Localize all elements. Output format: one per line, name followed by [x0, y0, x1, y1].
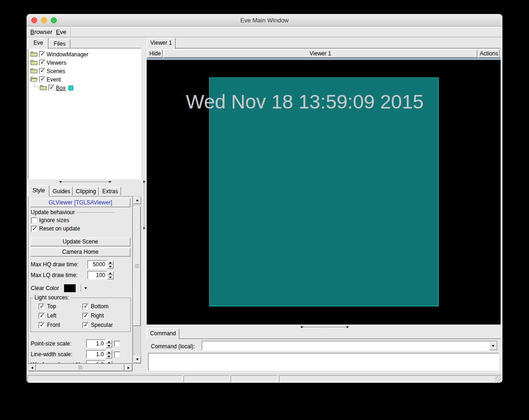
tree-checkbox[interactable] [39, 68, 45, 74]
max-hq-row: Max HQ draw time: 5000 [31, 260, 114, 269]
scrollbar-thumb[interactable] [133, 207, 141, 326]
wireframe-spinbox[interactable]: 1.0 [86, 360, 112, 364]
command-output [148, 353, 499, 371]
max-hq-spinbox[interactable]: 5000 [88, 260, 114, 269]
resize-grip[interactable] [495, 376, 501, 382]
tab-clipping[interactable]: Clipping [73, 187, 99, 196]
spin-down-icon[interactable] [106, 344, 112, 348]
ignore-sizes-option[interactable]: Ignore sizes [31, 217, 69, 224]
tab-files[interactable]: Files [49, 39, 70, 48]
style-horizontal-scrollbar[interactable] [28, 364, 133, 372]
spin-up-icon[interactable] [107, 271, 114, 275]
ignore-sizes-checkbox[interactable] [31, 217, 37, 224]
command-horizontal-splitter[interactable] [300, 325, 349, 329]
light-bottom-checkbox[interactable] [82, 304, 88, 310]
tree-checkbox[interactable] [39, 51, 45, 57]
reset-on-update-checkbox[interactable] [31, 226, 37, 232]
glviewer-button[interactable]: GLViewer [TGLSAViewer] [30, 198, 130, 207]
spin-down-icon[interactable] [107, 264, 114, 269]
scroll-right-icon[interactable] [125, 364, 132, 371]
viewer-title[interactable]: Viewer 1 [163, 49, 477, 58]
scrollbar-thumb[interactable] [36, 364, 124, 371]
spin-up-icon[interactable] [106, 339, 112, 344]
update-behaviour-group: Update behaviour [31, 209, 115, 216]
reset-on-update-option[interactable]: Reset on update [31, 225, 80, 232]
status-segment [279, 375, 502, 382]
left-horizontal-splitter[interactable] [59, 180, 111, 183]
light-right-option[interactable]: Right [82, 312, 104, 319]
tab-guides[interactable]: Guides [50, 187, 73, 196]
style-vertical-scrollbar[interactable] [133, 196, 141, 364]
light-top-option[interactable]: Top [39, 303, 56, 310]
actions-button[interactable]: Actions [478, 49, 500, 58]
tree-item-box[interactable]: Box [32, 84, 73, 92]
light-sources-label: Light sources: [33, 294, 71, 301]
command-input[interactable] [202, 341, 489, 350]
box-color-swatch [68, 86, 73, 90]
scroll-up-icon[interactable] [133, 196, 141, 204]
eve-main-window: Eve Main Window Browser Eve Eve Files Wi… [27, 14, 502, 383]
tree-connector [34, 82, 38, 87]
zoom-button[interactable] [51, 17, 57, 23]
close-button[interactable] [31, 17, 37, 23]
spin-up-icon[interactable] [106, 360, 112, 364]
tree-item-label: Event [47, 76, 61, 83]
command-panel: Command (local): [147, 339, 501, 373]
spin-up-icon[interactable] [106, 350, 112, 354]
minimize-button[interactable] [41, 17, 47, 23]
scroll-left-icon[interactable] [28, 364, 36, 371]
folder-icon [30, 51, 38, 58]
tab-eve[interactable]: Eve [28, 38, 48, 49]
light-front-checkbox[interactable] [39, 322, 45, 328]
camera-home-button[interactable]: Camera Home [30, 248, 130, 257]
menu-browser[interactable]: Browser [28, 27, 54, 37]
light-left-option[interactable]: Left [39, 312, 56, 319]
spin-up-icon[interactable] [107, 260, 114, 264]
point-size-row: Point-size scale: 1.0 [31, 339, 120, 348]
tree-checkbox[interactable] [39, 76, 45, 82]
tab-command[interactable]: Command [147, 328, 179, 339]
light-front-option[interactable]: Front [39, 322, 60, 328]
spin-down-icon[interactable] [107, 275, 114, 279]
tree-item-viewers[interactable]: Viewers [30, 59, 66, 67]
light-bottom-option[interactable]: Bottom [82, 303, 109, 310]
update-scene-button[interactable]: Update Scene [30, 237, 130, 246]
max-lq-spinbox[interactable]: 100 [88, 271, 114, 279]
wireframe-row: Wireframe line-width 1.0 [31, 360, 112, 364]
main-vertical-splitter[interactable] [142, 180, 146, 230]
style-panel: GLViewer [TGLSAViewer] Update behaviour … [28, 196, 133, 364]
light-right-checkbox[interactable] [82, 313, 88, 319]
splitter-arrow-icon [109, 181, 111, 183]
menu-eve[interactable]: Eve [54, 27, 68, 37]
tree-item-label: WindowManager [47, 51, 88, 58]
hide-button[interactable]: Hide [148, 49, 163, 58]
gl-viewer-canvas[interactable]: Wed Nov 18 13:59:09 2015 [147, 60, 501, 325]
max-hq-label: Max HQ draw time: [31, 261, 86, 268]
combo-dropdown-icon[interactable] [489, 341, 497, 350]
clear-color-dropdown-icon[interactable] [84, 287, 87, 289]
clear-color-swatch[interactable] [64, 284, 76, 292]
point-size-spinbox[interactable]: 1.0 [86, 339, 112, 348]
tab-viewer-1[interactable]: Viewer 1 [147, 38, 176, 49]
folder-icon [40, 84, 47, 92]
tree-item-label: Box [56, 85, 66, 91]
light-left-checkbox[interactable] [39, 313, 45, 319]
command-combobox[interactable] [202, 341, 498, 351]
line-width-spinbox[interactable]: 1.0 [86, 350, 112, 359]
scroll-down-icon[interactable] [133, 356, 141, 363]
tab-extras[interactable]: Extras [99, 187, 121, 196]
line-width-checkbox[interactable] [114, 352, 120, 358]
light-specular-option[interactable]: Specular [82, 322, 113, 328]
tab-style[interactable]: Style [28, 185, 49, 196]
spin-down-icon[interactable] [106, 354, 112, 359]
tree-checkbox[interactable] [39, 60, 45, 66]
light-top-checkbox[interactable] [39, 304, 45, 310]
clear-color-label: Clear Color [31, 285, 59, 291]
tree-item-windowmanager[interactable]: WindowManager [30, 50, 88, 58]
point-size-checkbox[interactable] [114, 341, 120, 347]
light-sources-group: Light sources: Top Bottom Left Right Fro… [30, 298, 131, 332]
tree-checkbox[interactable] [48, 85, 54, 91]
max-lq-label: Max LQ draw time: [31, 272, 86, 278]
tree-item-scenes[interactable]: Scenes [30, 67, 65, 75]
light-specular-checkbox[interactable] [82, 322, 88, 328]
